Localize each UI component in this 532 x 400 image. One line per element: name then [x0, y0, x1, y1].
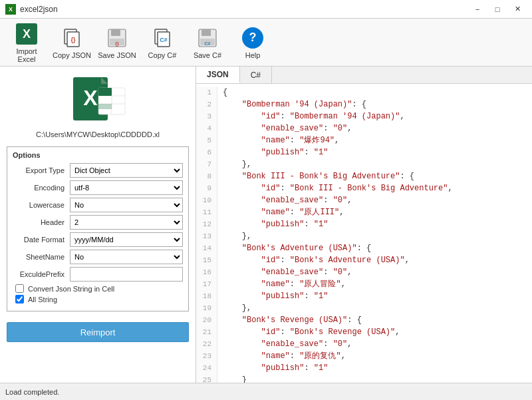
options-group: Options Export Type Dict Object Array Li…: [7, 146, 189, 311]
line-content: "id": "Bomberman '94 (Japan)",: [217, 110, 405, 122]
maximize-button[interactable]: □: [488, 3, 507, 16]
line-number: 24: [196, 362, 217, 374]
line-number: 1: [196, 87, 217, 99]
line-number: 15: [196, 254, 217, 266]
line-number: 5: [196, 134, 217, 146]
line-content: "id": "Bonk's Revenge (USA)",: [217, 326, 400, 338]
help-icon-circle: ?: [242, 27, 263, 49]
line-content: }: [217, 374, 247, 383]
line-number: 22: [196, 338, 217, 350]
svg-text:{}: {}: [70, 37, 76, 43]
convert-json-string-label: Convert Json String in Cell: [28, 285, 114, 293]
header-label: Header: [13, 218, 67, 226]
sheetname-select[interactable]: No Yes: [70, 250, 183, 264]
convert-json-string-checkbox[interactable]: [15, 284, 24, 293]
code-line: 24 "publish": "1": [196, 362, 532, 374]
line-content: },: [217, 302, 251, 314]
line-content: "name": "爆炸94",: [217, 134, 339, 146]
export-type-select[interactable]: Dict Object Array List: [70, 163, 183, 178]
import-excel-label: Import Excel: [7, 47, 47, 63]
line-content: "id": "Bonk's Adventure (USA)",: [217, 254, 410, 266]
line-number: 17: [196, 278, 217, 290]
copy-json-button[interactable]: {} Copy JSON: [51, 23, 93, 63]
header-row: Header 1 2 3: [13, 215, 183, 230]
line-number: 7: [196, 158, 217, 170]
line-number: 21: [196, 326, 217, 338]
close-button[interactable]: ✕: [508, 3, 527, 16]
code-line: 18 "publish": "1": [196, 290, 532, 302]
left-panel: X C:\Users\MYCW\Desktop\CDDDDD.xl Option…: [0, 67, 196, 383]
code-line: 13 },: [196, 230, 532, 242]
toolbar: X Import Excel {} Copy JSON {} Save JSON: [0, 19, 532, 67]
date-format-select[interactable]: yyyy/MM/dd MM/dd/yyyy dd/MM/yyyy: [70, 232, 183, 247]
options-legend: Options: [13, 151, 183, 159]
all-string-row: All String: [13, 295, 183, 303]
copy-csharp-button[interactable]: C# Copy C#: [141, 23, 184, 63]
code-line: 25 }: [196, 374, 532, 383]
svg-text:C#: C#: [160, 37, 168, 43]
svg-text:C#: C#: [205, 41, 211, 46]
line-number: 19: [196, 302, 217, 314]
main-layout: X C:\Users\MYCW\Desktop\CDDDDD.xl Option…: [0, 67, 532, 383]
tab-csharp[interactable]: C#: [240, 67, 272, 83]
line-number: 25: [196, 374, 217, 383]
title-bar: X excel2json − □ ✕: [0, 0, 532, 19]
copy-json-icon: {}: [60, 26, 84, 50]
code-line: 14 "Bonk's Adventure (USA)": {: [196, 242, 532, 254]
save-csharp-button[interactable]: C# Save C#: [186, 23, 229, 63]
save-json-button[interactable]: {} Save JSON: [96, 23, 138, 63]
line-number: 4: [196, 122, 217, 134]
line-number: 13: [196, 230, 217, 242]
header-select[interactable]: 1 2 3: [70, 215, 183, 230]
date-format-row: Date Format yyyy/MM/dd MM/dd/yyyy dd/MM/…: [13, 232, 183, 247]
import-excel-icon: X: [15, 22, 39, 46]
line-content: "enable_save": "0",: [217, 266, 352, 278]
lowercase-label: Lowercase: [13, 201, 67, 209]
file-path: C:\Users\MYCW\Desktop\CDDDDD.xl: [7, 130, 189, 138]
import-excel-button[interactable]: X Import Excel: [5, 23, 48, 63]
encoding-select[interactable]: utf-8 utf-16 ASCII: [70, 180, 183, 195]
line-number: 8: [196, 170, 217, 182]
code-line: 5 "name": "爆炸94",: [196, 134, 532, 146]
code-line: 8 "Bonk III - Bonk's Big Adventure": {: [196, 170, 532, 182]
line-content: "name": "原人III",: [217, 206, 344, 218]
code-area[interactable]: 1{2 "Bomberman '94 (Japan)": {3 "id": "B…: [196, 84, 532, 383]
all-string-checkbox[interactable]: [15, 295, 24, 303]
copy-json-label: Copy JSON: [53, 51, 91, 59]
code-line: 12 "publish": "1": [196, 218, 532, 230]
exclude-prefix-label: ExculdePrefix: [13, 270, 67, 278]
code-line: 6 "publish": "1": [196, 146, 532, 158]
code-line: 21 "id": "Bonk's Revenge (USA)",: [196, 326, 532, 338]
minimize-button[interactable]: −: [468, 3, 487, 16]
code-line: 19 },: [196, 302, 532, 314]
svg-rect-24: [98, 88, 112, 96]
svg-rect-13: [201, 29, 211, 36]
reimport-button[interactable]: Reimport: [7, 322, 189, 342]
line-content: "Bonk's Adventure (USA)": {: [217, 242, 371, 254]
help-icon: ?: [241, 26, 265, 50]
line-content: "Bomberman '94 (Japan)": {: [217, 99, 366, 110]
code-line: 16 "enable_save": "0",: [196, 266, 532, 278]
line-content: {: [217, 87, 227, 99]
help-label: Help: [245, 51, 261, 59]
line-number: 3: [196, 110, 217, 122]
lowercase-select[interactable]: No Yes: [70, 198, 183, 212]
svg-rect-25: [98, 104, 112, 109]
exclude-prefix-input[interactable]: [70, 267, 183, 282]
lowercase-row: Lowercase No Yes: [13, 198, 183, 212]
code-line: 9 "id": "Bonk III - Bonk's Big Adventure…: [196, 182, 532, 194]
excel-file-icon: X: [68, 76, 128, 124]
encoding-label: Encoding: [13, 184, 67, 192]
line-content: },: [217, 230, 251, 242]
line-content: "id": "Bonk III - Bonk's Big Adventure",: [217, 182, 453, 194]
sheetname-row: SheetName No Yes: [13, 250, 183, 264]
code-line: 23 "name": "原的复仇",: [196, 350, 532, 362]
help-button[interactable]: ? Help: [231, 23, 274, 63]
line-content: "Bonk III - Bonk's Big Adventure": {: [217, 170, 414, 182]
line-number: 10: [196, 194, 217, 206]
tab-json[interactable]: JSON: [196, 67, 240, 83]
save-csharp-label: Save C#: [194, 51, 221, 59]
line-number: 20: [196, 314, 217, 326]
app-icon: X: [5, 4, 16, 15]
status-bar: Load completed.: [0, 383, 532, 400]
